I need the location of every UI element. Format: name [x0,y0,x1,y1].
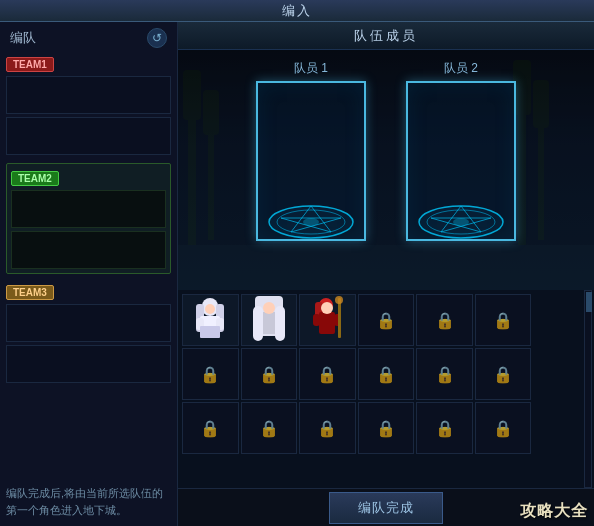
svg-point-18 [269,206,353,238]
char-row-3: 🔒 🔒 🔒 🔒 🔒 🔒 [182,402,590,454]
team1-slot-2[interactable] [6,117,171,155]
right-panel-title: 队伍成员 [354,27,418,45]
lock-icon-r3-6: 🔒 [493,419,513,438]
main-layout: 编队 ↺ TEAM1 TEAM2 TEAM3 [0,22,594,526]
member1-slot[interactable] [256,81,366,241]
svg-point-27 [419,206,503,238]
team1-slot-1[interactable] [6,76,171,114]
svg-rect-44 [313,314,320,326]
char-sprite-2 [247,296,291,344]
lock-icon-6: 🔒 [493,311,513,330]
char-row-2: 🔒 🔒 🔒 🔒 🔒 🔒 [182,348,590,400]
svg-rect-43 [319,312,335,334]
team1-section: TEAM1 [6,54,171,155]
svg-rect-40 [275,306,285,341]
team3-label[interactable]: TEAM3 [6,285,54,300]
title-text: 编入 [282,2,312,20]
char-row-1: 🔒 🔒 🔒 [182,294,590,346]
member2-container: 队员 2 [406,60,516,241]
team3-section: TEAM3 [6,282,171,383]
confirm-button[interactable]: 编队完成 [329,492,443,524]
bottom-bar: 编队完成 攻略大全 [178,488,594,526]
char-cell-r3-3[interactable]: 🔒 [299,402,356,454]
svg-rect-38 [263,302,275,314]
char-cell-r3-5[interactable]: 🔒 [416,402,473,454]
char-sprite-3 [305,296,349,344]
char-cell-r2-5[interactable]: 🔒 [416,348,473,400]
team1-slots [6,76,171,155]
team2-slot-2[interactable] [11,231,166,269]
team3-slot-2[interactable] [6,345,171,383]
char-cell-2[interactable] [241,294,298,346]
lock-icon-r2-2: 🔒 [259,365,279,384]
lock-icon-r3-1: 🔒 [200,419,220,438]
svg-rect-9 [178,245,594,290]
svg-rect-39 [253,306,263,341]
member2-label: 队员 2 [444,60,478,77]
member1-container: 队员 1 [256,60,366,241]
char-cell-r3-2[interactable]: 🔒 [241,402,298,454]
scrollbar[interactable] [584,290,592,488]
battle-scene: 队员 1 [178,50,594,290]
member-slots-row: 队员 1 [178,60,594,241]
lock-icon-r3-3: 🔒 [317,419,337,438]
left-panel-title: 编队 [10,29,36,47]
char-cell-r2-6[interactable]: 🔒 [475,348,532,400]
team1-label[interactable]: TEAM1 [6,57,54,72]
team2-slot-1[interactable] [11,190,166,228]
lock-icon-r2-4: 🔒 [376,365,396,384]
team2-slots [11,190,166,269]
lock-icon-r2-5: 🔒 [435,365,455,384]
title-bar: 编入 [0,0,594,22]
char-cell-4[interactable]: 🔒 [358,294,415,346]
magic-circle-1 [266,204,356,239]
right-panel: 队伍成员 [178,22,594,526]
refresh-button[interactable]: ↺ [147,28,167,48]
lock-icon-5: 🔒 [435,311,455,330]
svg-rect-34 [205,304,215,314]
svg-rect-46 [338,298,341,338]
team3-slot-1[interactable] [6,304,171,342]
char-sprite-1 [188,296,232,344]
char-cell-r2-2[interactable]: 🔒 [241,348,298,400]
char-cell-3[interactable] [299,294,356,346]
member1-label: 队员 1 [294,60,328,77]
char-cell-r3-1[interactable]: 🔒 [182,402,239,454]
bottom-note: 编队完成后,将由当前所选队伍的第一个角色进入地下城。 [6,485,171,518]
lock-icon-r3-4: 🔒 [376,419,396,438]
svg-point-47 [335,296,343,304]
lock-icon-r2-1: 🔒 [200,365,220,384]
char-grid-section: 🔒 🔒 🔒 🔒 🔒 🔒 [178,290,594,488]
char-cell-r2-4[interactable]: 🔒 [358,348,415,400]
svg-rect-48 [321,302,333,314]
svg-rect-37 [261,312,277,334]
char-cell-r2-1[interactable]: 🔒 [182,348,239,400]
char-cell-r2-3[interactable]: 🔒 [299,348,356,400]
magic-circle-2 [416,204,506,239]
char-cell-5[interactable]: 🔒 [416,294,473,346]
char-cell-6[interactable]: 🔒 [475,294,532,346]
scroll-thumb [586,292,592,312]
char-cell-r3-4[interactable]: 🔒 [358,402,415,454]
left-panel: 编队 ↺ TEAM1 TEAM2 TEAM3 [0,22,178,526]
team2-section: TEAM2 [6,163,171,274]
svg-rect-35 [200,326,220,338]
char-cell-r3-6[interactable]: 🔒 [475,402,532,454]
char-cell-1[interactable] [182,294,239,346]
team2-label[interactable]: TEAM2 [11,171,59,186]
team3-slots [6,304,171,383]
lock-icon-r2-3: 🔒 [317,365,337,384]
left-panel-header: 编队 ↺ [6,28,171,48]
watermark: 攻略大全 [520,501,588,522]
lock-icon-4: 🔒 [376,311,396,330]
member2-slot[interactable] [406,81,516,241]
lock-icon-r2-6: 🔒 [493,365,513,384]
lock-icon-r3-5: 🔒 [435,419,455,438]
right-panel-header: 队伍成员 [178,22,594,50]
lock-icon-r3-2: 🔒 [259,419,279,438]
